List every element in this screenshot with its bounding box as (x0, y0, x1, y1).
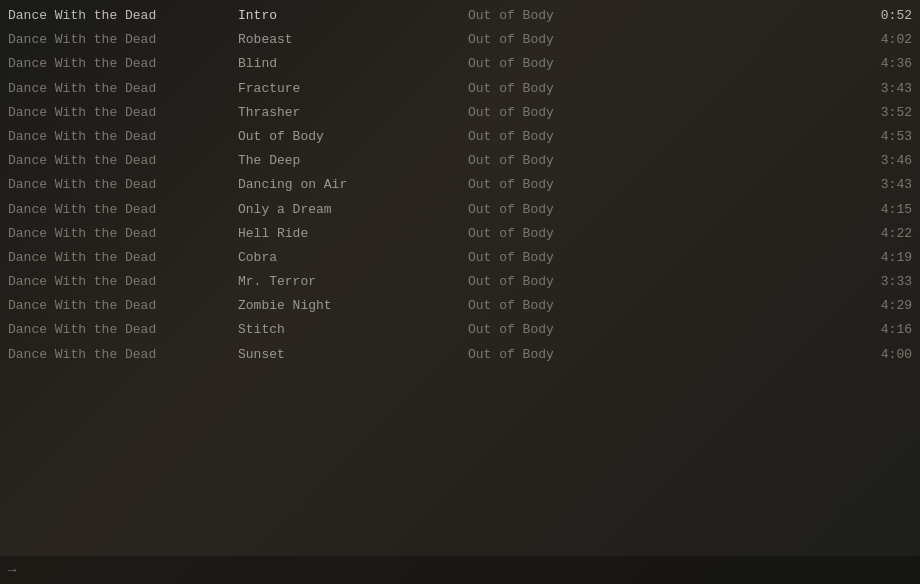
track-duration: 3:43 (698, 176, 912, 194)
track-title: Out of Body (238, 128, 468, 146)
table-row[interactable]: Dance With the DeadIntroOut of Body0:52 (0, 4, 920, 28)
track-title: Robeast (238, 31, 468, 49)
track-duration: 4:02 (698, 31, 912, 49)
bottom-bar: → (0, 556, 920, 584)
track-album: Out of Body (468, 31, 698, 49)
track-album: Out of Body (468, 225, 698, 243)
track-artist: Dance With the Dead (8, 128, 238, 146)
table-row[interactable]: Dance With the DeadHell RideOut of Body4… (0, 222, 920, 246)
track-duration: 4:15 (698, 201, 912, 219)
track-duration: 4:22 (698, 225, 912, 243)
track-duration: 4:29 (698, 297, 912, 315)
track-album: Out of Body (468, 128, 698, 146)
track-duration: 3:33 (698, 273, 912, 291)
track-duration: 4:19 (698, 249, 912, 267)
track-album: Out of Body (468, 55, 698, 73)
track-artist: Dance With the Dead (8, 31, 238, 49)
track-artist: Dance With the Dead (8, 249, 238, 267)
table-row[interactable]: Dance With the DeadRobeastOut of Body4:0… (0, 28, 920, 52)
table-row[interactable]: Dance With the DeadThrasherOut of Body3:… (0, 101, 920, 125)
track-album: Out of Body (468, 152, 698, 170)
track-artist: Dance With the Dead (8, 273, 238, 291)
track-album: Out of Body (468, 7, 698, 25)
track-album: Out of Body (468, 104, 698, 122)
track-title: Intro (238, 7, 468, 25)
track-title: Sunset (238, 346, 468, 364)
track-artist: Dance With the Dead (8, 55, 238, 73)
table-row[interactable]: Dance With the DeadOnly a DreamOut of Bo… (0, 198, 920, 222)
track-artist: Dance With the Dead (8, 225, 238, 243)
track-album: Out of Body (468, 80, 698, 98)
track-artist: Dance With the Dead (8, 297, 238, 315)
track-artist: Dance With the Dead (8, 201, 238, 219)
track-album: Out of Body (468, 249, 698, 267)
track-title: Mr. Terror (238, 273, 468, 291)
table-row[interactable]: Dance With the DeadThe DeepOut of Body3:… (0, 149, 920, 173)
track-duration: 3:46 (698, 152, 912, 170)
track-artist: Dance With the Dead (8, 7, 238, 25)
track-title: Blind (238, 55, 468, 73)
track-title: Thrasher (238, 104, 468, 122)
table-row[interactable]: Dance With the DeadFractureOut of Body3:… (0, 77, 920, 101)
track-artist: Dance With the Dead (8, 80, 238, 98)
track-album: Out of Body (468, 321, 698, 339)
track-album: Out of Body (468, 346, 698, 364)
track-title: Stitch (238, 321, 468, 339)
track-artist: Dance With the Dead (8, 346, 238, 364)
track-title: Fracture (238, 80, 468, 98)
table-row[interactable]: Dance With the DeadCobraOut of Body4:19 (0, 246, 920, 270)
track-list: Dance With the DeadIntroOut of Body0:52D… (0, 0, 920, 371)
track-artist: Dance With the Dead (8, 176, 238, 194)
track-duration: 0:52 (698, 7, 912, 25)
table-row[interactable]: Dance With the DeadBlindOut of Body4:36 (0, 52, 920, 76)
track-title: The Deep (238, 152, 468, 170)
track-album: Out of Body (468, 273, 698, 291)
table-row[interactable]: Dance With the DeadSunsetOut of Body4:00 (0, 343, 920, 367)
track-title: Dancing on Air (238, 176, 468, 194)
track-duration: 3:52 (698, 104, 912, 122)
table-row[interactable]: Dance With the DeadStitchOut of Body4:16 (0, 318, 920, 342)
track-title: Hell Ride (238, 225, 468, 243)
table-row[interactable]: Dance With the DeadMr. TerrorOut of Body… (0, 270, 920, 294)
track-title: Cobra (238, 249, 468, 267)
track-title: Zombie Night (238, 297, 468, 315)
track-duration: 4:53 (698, 128, 912, 146)
arrow-icon: → (8, 562, 16, 578)
track-artist: Dance With the Dead (8, 152, 238, 170)
track-album: Out of Body (468, 201, 698, 219)
table-row[interactable]: Dance With the DeadZombie NightOut of Bo… (0, 294, 920, 318)
track-duration: 4:00 (698, 346, 912, 364)
track-duration: 4:16 (698, 321, 912, 339)
track-album: Out of Body (468, 176, 698, 194)
track-title: Only a Dream (238, 201, 468, 219)
track-artist: Dance With the Dead (8, 104, 238, 122)
table-row[interactable]: Dance With the DeadOut of BodyOut of Bod… (0, 125, 920, 149)
track-duration: 3:43 (698, 80, 912, 98)
track-duration: 4:36 (698, 55, 912, 73)
track-album: Out of Body (468, 297, 698, 315)
table-row[interactable]: Dance With the DeadDancing on AirOut of … (0, 173, 920, 197)
track-artist: Dance With the Dead (8, 321, 238, 339)
